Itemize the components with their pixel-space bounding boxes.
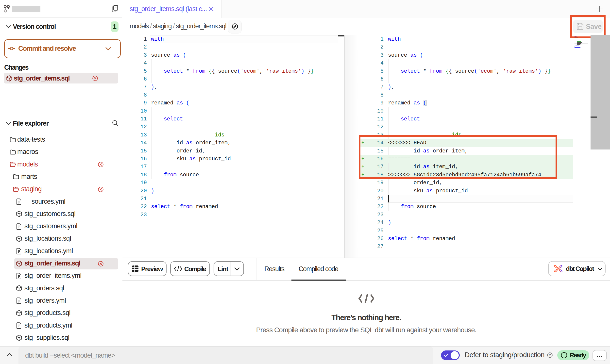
svg-text:?: ? <box>549 353 551 357</box>
